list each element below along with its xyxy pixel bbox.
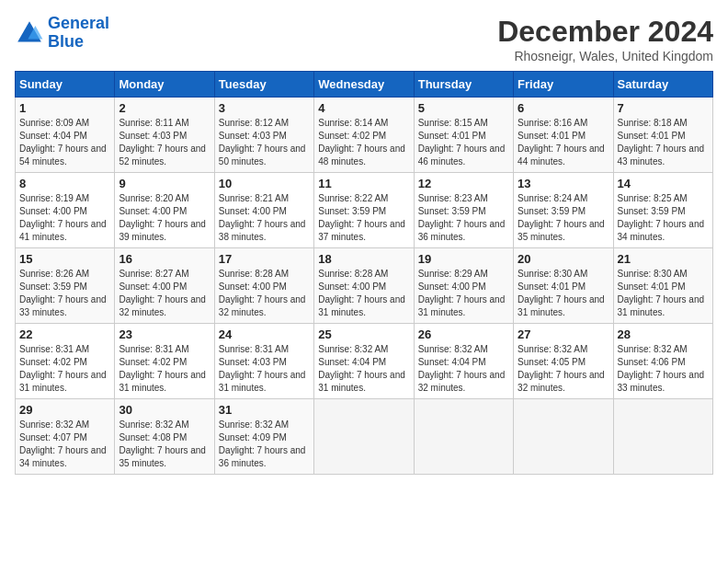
day-info: Sunrise: 8:32 AMSunset: 4:06 PMDaylight:… [618,343,709,395]
calendar-cell: 28Sunrise: 8:32 AMSunset: 4:06 PMDayligh… [613,324,712,399]
calendar-cell: 2Sunrise: 8:11 AMSunset: 4:03 PMDaylight… [115,98,214,173]
calendar-cell: 9Sunrise: 8:20 AMSunset: 4:00 PMDaylight… [115,173,214,248]
day-number: 17 [219,252,310,266]
day-number: 1 [19,101,110,115]
calendar-week-row: 15Sunrise: 8:26 AMSunset: 3:59 PMDayligh… [16,248,713,324]
calendar-table: SundayMondayTuesdayWednesdayThursdayFrid… [15,71,713,475]
day-number: 20 [518,252,609,266]
calendar-cell: 15Sunrise: 8:26 AMSunset: 3:59 PMDayligh… [16,248,115,324]
calendar-cell: 22Sunrise: 8:31 AMSunset: 4:02 PMDayligh… [16,324,115,399]
day-number: 4 [318,101,409,115]
day-number: 19 [418,252,509,266]
calendar-week-row: 1Sunrise: 8:09 AMSunset: 4:04 PMDaylight… [16,98,713,173]
calendar-cell: 12Sunrise: 8:23 AMSunset: 3:59 PMDayligh… [414,173,513,248]
day-info: Sunrise: 8:28 AMSunset: 4:00 PMDaylight:… [219,268,310,319]
calendar-cell: 14Sunrise: 8:25 AMSunset: 3:59 PMDayligh… [613,173,712,248]
day-info: Sunrise: 8:12 AMSunset: 4:03 PMDaylight:… [219,117,310,168]
calendar-cell: 17Sunrise: 8:28 AMSunset: 4:00 PMDayligh… [214,248,313,324]
calendar-cell: 21Sunrise: 8:30 AMSunset: 4:01 PMDayligh… [613,248,712,324]
calendar-cell: 26Sunrise: 8:32 AMSunset: 4:04 PMDayligh… [414,324,513,399]
column-header-tuesday: Tuesday [214,72,313,98]
calendar-cell: 13Sunrise: 8:24 AMSunset: 3:59 PMDayligh… [514,173,613,248]
day-number: 30 [119,403,210,417]
day-info: Sunrise: 8:31 AMSunset: 4:03 PMDaylight:… [219,343,310,395]
day-info: Sunrise: 8:32 AMSunset: 4:09 PMDaylight:… [219,419,310,470]
day-info: Sunrise: 8:32 AMSunset: 4:05 PMDaylight:… [518,343,609,395]
day-info: Sunrise: 8:30 AMSunset: 4:01 PMDaylight:… [618,268,709,319]
day-number: 7 [618,101,709,115]
calendar-week-row: 8Sunrise: 8:19 AMSunset: 4:00 PMDaylight… [16,173,713,248]
day-number: 11 [318,177,409,190]
day-info: Sunrise: 8:09 AMSunset: 4:04 PMDaylight:… [19,117,110,168]
day-number: 29 [19,403,110,417]
day-number: 8 [19,177,110,190]
day-info: Sunrise: 8:26 AMSunset: 3:59 PMDaylight:… [19,268,110,319]
calendar-cell: 8Sunrise: 8:19 AMSunset: 4:00 PMDaylight… [16,173,115,248]
calendar-cell: 18Sunrise: 8:28 AMSunset: 4:00 PMDayligh… [314,248,414,324]
day-info: Sunrise: 8:32 AMSunset: 4:08 PMDaylight:… [119,419,210,470]
day-number: 31 [219,403,310,417]
day-info: Sunrise: 8:30 AMSunset: 4:01 PMDaylight:… [518,268,609,319]
day-info: Sunrise: 8:27 AMSunset: 4:00 PMDaylight:… [119,268,210,319]
day-info: Sunrise: 8:19 AMSunset: 4:00 PMDaylight:… [19,192,110,244]
calendar-cell: 29Sunrise: 8:32 AMSunset: 4:07 PMDayligh… [16,399,115,475]
logo-icon [15,18,44,48]
calendar-cell: 19Sunrise: 8:29 AMSunset: 4:00 PMDayligh… [414,248,513,324]
day-number: 14 [618,177,709,190]
calendar-cell: 5Sunrise: 8:15 AMSunset: 4:01 PMDaylight… [414,98,513,173]
day-info: Sunrise: 8:20 AMSunset: 4:00 PMDaylight:… [119,192,210,244]
calendar-cell: 31Sunrise: 8:32 AMSunset: 4:09 PMDayligh… [214,399,313,475]
day-number: 18 [318,252,409,266]
calendar-cell: 4Sunrise: 8:14 AMSunset: 4:02 PMDaylight… [314,98,414,173]
calendar-cell: 16Sunrise: 8:27 AMSunset: 4:00 PMDayligh… [115,248,214,324]
calendar-cell: 24Sunrise: 8:31 AMSunset: 4:03 PMDayligh… [214,324,313,399]
day-info: Sunrise: 8:23 AMSunset: 3:59 PMDaylight:… [418,192,509,244]
day-number: 16 [119,252,210,266]
day-number: 6 [518,101,609,115]
calendar-cell: 23Sunrise: 8:31 AMSunset: 4:02 PMDayligh… [115,324,214,399]
day-info: Sunrise: 8:32 AMSunset: 4:04 PMDaylight:… [418,343,509,395]
day-info: Sunrise: 8:16 AMSunset: 4:01 PMDaylight:… [518,117,609,168]
calendar-cell: 25Sunrise: 8:32 AMSunset: 4:04 PMDayligh… [314,324,414,399]
day-info: Sunrise: 8:14 AMSunset: 4:02 PMDaylight:… [318,117,409,168]
day-number: 12 [418,177,509,190]
day-info: Sunrise: 8:29 AMSunset: 4:00 PMDaylight:… [418,268,509,319]
day-info: Sunrise: 8:24 AMSunset: 3:59 PMDaylight:… [518,192,609,244]
calendar-cell [514,399,613,475]
title-area: December 2024 Rhosneigr, Wales, United K… [497,15,713,63]
day-info: Sunrise: 8:21 AMSunset: 4:00 PMDaylight:… [219,192,310,244]
calendar-cell: 3Sunrise: 8:12 AMSunset: 4:03 PMDaylight… [214,98,313,173]
day-number: 3 [219,101,310,115]
day-number: 27 [518,327,609,341]
calendar-cell: 11Sunrise: 8:22 AMSunset: 3:59 PMDayligh… [314,173,414,248]
calendar-cell [613,399,712,475]
page-header: General Blue December 2024 Rhosneigr, Wa… [15,15,713,63]
day-info: Sunrise: 8:15 AMSunset: 4:01 PMDaylight:… [418,117,509,168]
day-number: 22 [19,327,110,341]
day-info: Sunrise: 8:22 AMSunset: 3:59 PMDaylight:… [318,192,409,244]
column-header-monday: Monday [115,72,214,98]
day-number: 21 [618,252,709,266]
day-number: 15 [19,252,110,266]
day-info: Sunrise: 8:28 AMSunset: 4:00 PMDaylight:… [318,268,409,319]
day-info: Sunrise: 8:32 AMSunset: 4:04 PMDaylight:… [318,343,409,395]
calendar-week-row: 22Sunrise: 8:31 AMSunset: 4:02 PMDayligh… [16,324,713,399]
day-number: 9 [119,177,210,190]
day-number: 28 [618,327,709,341]
day-number: 2 [119,101,210,115]
calendar-week-row: 29Sunrise: 8:32 AMSunset: 4:07 PMDayligh… [16,399,713,475]
day-info: Sunrise: 8:31 AMSunset: 4:02 PMDaylight:… [119,343,210,395]
calendar-cell: 20Sunrise: 8:30 AMSunset: 4:01 PMDayligh… [514,248,613,324]
day-info: Sunrise: 8:31 AMSunset: 4:02 PMDaylight:… [19,343,110,395]
column-header-saturday: Saturday [613,72,712,98]
calendar-cell [414,399,513,475]
column-header-sunday: Sunday [16,72,115,98]
month-title: December 2024 [497,15,713,49]
logo-line1: General [48,14,109,32]
calendar-cell: 1Sunrise: 8:09 AMSunset: 4:04 PMDaylight… [16,98,115,173]
day-number: 23 [119,327,210,341]
calendar-header-row: SundayMondayTuesdayWednesdayThursdayFrid… [16,72,713,98]
logo-line2: Blue [48,32,84,51]
column-header-wednesday: Wednesday [314,72,414,98]
calendar-cell: 10Sunrise: 8:21 AMSunset: 4:00 PMDayligh… [214,173,313,248]
